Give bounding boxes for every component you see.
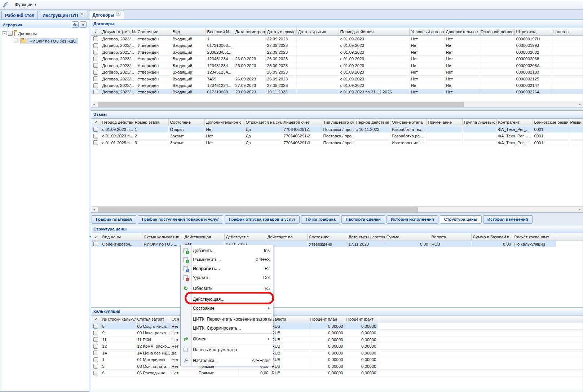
column-header[interactable]: Период действия л: [354, 119, 390, 126]
column-header[interactable]: Рекви: [569, 119, 583, 126]
column-header[interactable]: Контрагент: [496, 119, 533, 126]
column-header[interactable]: Валюта: [430, 233, 471, 241]
grid-row[interactable]: Договор, 2023/...УтверждёнВходящий017310…: [91, 42, 583, 49]
row-checkbox[interactable]: [93, 331, 98, 335]
menu-функции[interactable]: Функции▼: [12, 1, 45, 9]
row-checkbox[interactable]: [93, 344, 98, 349]
scroll-left-icon[interactable]: ◄: [91, 102, 97, 107]
row-checkbox[interactable]: [93, 337, 98, 342]
column-header[interactable]: Номер этапа: [133, 119, 168, 126]
detail-tab-Точки графика[interactable]: Точки графика: [301, 215, 340, 224]
scroll-right-icon[interactable]: ►: [577, 207, 583, 212]
grid-row[interactable]: Ориентировоч...НИОКР по ГОЗ ...Нет27.10.…: [91, 241, 583, 247]
column-header[interactable]: Период действия..: [101, 119, 133, 126]
grid-row[interactable]: 1414 Цена без НДСДаRUB0,000000,00000: [91, 349, 583, 356]
context-menu-item-панель-инструментов[interactable]: Панель инструментов: [181, 345, 273, 354]
collapse-panel-button[interactable]: «: [80, 21, 87, 28]
column-header[interactable]: Условный договор: [409, 28, 444, 36]
context-menu-item-добавить-[interactable]: +Добавить...Ins: [181, 246, 273, 255]
main-tab-Рабочий стол[interactable]: Рабочий стол: [1, 11, 38, 19]
grid-row[interactable]: Договор, 2023/...УтверждёнВходящий123451…: [91, 82, 583, 89]
column-header[interactable]: Расчёт косвенных: [513, 233, 556, 241]
row-checkbox[interactable]: [93, 50, 98, 54]
column-header[interactable]: Процент план: [309, 316, 345, 323]
main-tab-Договоры[interactable]: Договоры✕: [89, 10, 124, 19]
context-menu-item-обновить[interactable]: ↻ОбновитьF5: [181, 284, 273, 293]
context-menu-item-исправить-[interactable]: ✎Исправить...F2: [181, 264, 273, 273]
checkmark-column-header[interactable]: ✓: [91, 233, 101, 241]
tree-node-Договоры[interactable]: −Договоры: [1, 30, 88, 37]
grid-row[interactable]: с 01.09.2023 п...1ОткрытНетДа7706406291\…: [91, 126, 583, 133]
column-header[interactable]: Штрих-код: [514, 28, 551, 36]
search-binoculars-button[interactable]: [72, 21, 79, 28]
row-checkbox[interactable]: [93, 351, 98, 355]
row-checkbox[interactable]: [93, 371, 98, 375]
row-checkbox[interactable]: [93, 134, 98, 138]
grid-row[interactable]: 1212 Комм. расхо...НетRUB0,000000,00000: [91, 343, 583, 349]
column-header[interactable]: Группа лицевых сч: [462, 119, 496, 126]
grid-row[interactable]: с 01.01.2025 п...3ЗакрытНетДа7706406291\…: [91, 139, 583, 146]
grid-row[interactable]: 606 Расходы наНетПрямые0,00RUB0,000000,0…: [91, 370, 583, 376]
row-checkbox[interactable]: [93, 90, 98, 94]
scroll-left-icon[interactable]: ◄: [91, 207, 97, 212]
grid-row[interactable]: Договор, 2023/...УтверждёнВходящий230823…: [91, 49, 583, 55]
context-menu-item-удалить[interactable]: −УдалитьDel: [181, 273, 273, 282]
row-checkbox[interactable]: [93, 83, 98, 88]
grid-row[interactable]: 1111 ПКИНетRUB0,000000,00000: [91, 336, 583, 343]
column-header[interactable]: Процент факт: [345, 316, 378, 323]
tree-checkbox[interactable]: [8, 31, 13, 36]
grid-row[interactable]: 909 Накл. расхо...НетRUB0,000000,00000: [91, 330, 583, 336]
column-header[interactable]: Действует по: [266, 233, 307, 241]
stages-hscrollbar[interactable]: ◄ ►: [91, 206, 583, 212]
tree-node-НИОКР по ГОЗ без НДС[interactable]: НИОКР по ГОЗ без НДС: [1, 37, 88, 45]
grid-row[interactable]: с 01.09.2023 п...2ЗакрытНетДа7706406291\…: [91, 133, 583, 139]
tab-close-icon[interactable]: ✕: [80, 12, 84, 16]
grid-row[interactable]: Договор, 2023/...УтверждёнВходящий745926…: [91, 75, 583, 82]
column-header[interactable]: Внешний №: [206, 28, 234, 36]
row-checkbox[interactable]: [93, 242, 98, 246]
scroll-right-icon[interactable]: ►: [577, 102, 583, 107]
checkmark-column-header[interactable]: ✓: [91, 119, 101, 126]
row-checkbox[interactable]: [93, 127, 98, 132]
grid-row[interactable]: Договор, 2023/...УтверждёнВходящий123451…: [91, 62, 583, 69]
tree-expander-icon[interactable]: −: [3, 31, 6, 35]
grid-row[interactable]: Договор, 2023/...УтверждёнВходящий122.09…: [91, 36, 583, 42]
row-checkbox[interactable]: [93, 70, 98, 75]
column-header[interactable]: Документ (тип, №: [101, 28, 136, 36]
column-header[interactable]: Статья затрат: [136, 316, 170, 323]
context-menu-item-размножить-[interactable]: +Размножить...Ctrl+F3: [181, 255, 273, 264]
grid-row[interactable]: 505 Соц. отчисл...НетRUB0,000000,00000: [91, 323, 583, 330]
column-header[interactable]: Дополнительное с: [444, 28, 479, 36]
detail-tab-График платежей[interactable]: График платежей: [92, 215, 136, 224]
column-header[interactable]: Дата регистрации.: [234, 28, 265, 36]
detail-tab-График поступления товаров и услуг[interactable]: График поступления товаров и услуг: [138, 215, 224, 224]
column-header[interactable]: Дата утверждения: [265, 28, 296, 36]
grid-row[interactable]: Договор, 2023/...УтверждёнВходящий123451…: [91, 69, 583, 75]
row-checkbox[interactable]: [93, 364, 98, 369]
column-header[interactable]: Лицевой счёт: [282, 119, 322, 126]
column-header[interactable]: Налогов: [551, 28, 583, 36]
grid-row[interactable]: 303 Осн. оплата...НетПрямые0,00RUB0,0000…: [91, 363, 583, 369]
column-header[interactable]: Отражается на сум: [244, 119, 282, 126]
detail-tab-История исполнения[interactable]: История исполнения: [387, 215, 438, 224]
grid-row[interactable]: Договор, 2023/...УтверждёнВходящий123451…: [91, 56, 583, 62]
detail-tab-Структура цены[interactable]: Структура цены: [440, 215, 482, 224]
column-header[interactable]: Дополнительное с: [204, 119, 244, 126]
detail-tab-График отпуска товаров и услуг[interactable]: График отпуска товаров и услуг: [225, 215, 300, 224]
column-header[interactable]: Описание этапа: [390, 119, 426, 126]
row-checkbox[interactable]: [93, 76, 98, 81]
column-header[interactable]: Период действия: [339, 28, 409, 36]
context-menu-item-цитк-сформировать-[interactable]: ЦИТК. Сформировать...: [181, 323, 273, 332]
column-header[interactable]: Примечание: [426, 119, 462, 126]
context-menu-item-цитк-пересчитать-косвенные-затраты-[interactable]: ЦИТК. Пересчитать косвенные затраты...: [181, 314, 273, 323]
grid-row[interactable]: Договор, 2023/...УтверждёнВходящий017310…: [91, 89, 583, 94]
column-header[interactable]: Состояние: [168, 119, 204, 126]
contracts-hscrollbar[interactable]: ◄ ►: [91, 101, 583, 107]
scroll-thumb[interactable]: [98, 102, 464, 107]
column-header[interactable]: Основной договор: [479, 28, 514, 36]
row-checkbox[interactable]: [93, 36, 98, 41]
column-header[interactable]: Вид цены: [101, 233, 142, 241]
column-header[interactable]: Состояние: [307, 233, 347, 241]
column-header[interactable]: Сумма: [385, 233, 430, 241]
column-header[interactable]: Дата смены состоя: [347, 233, 385, 241]
